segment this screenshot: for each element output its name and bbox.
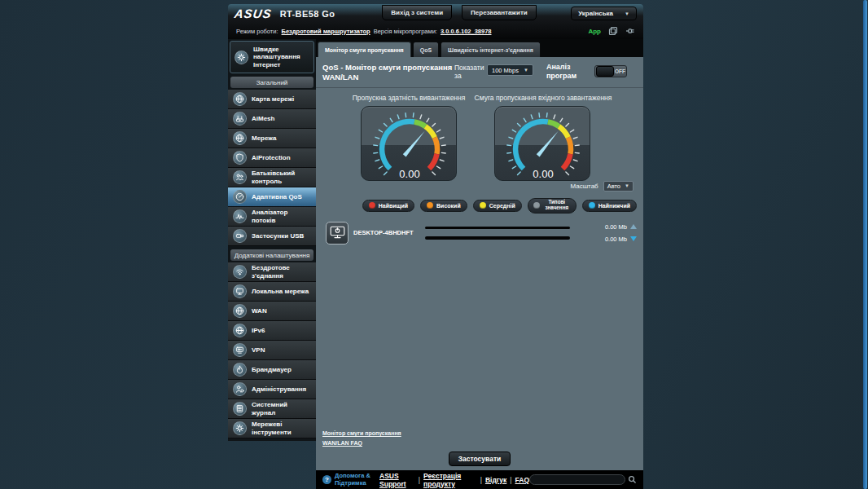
download-arrow-icon [630,236,637,241]
gauge-needle [403,130,425,156]
vpn-icon [233,343,247,357]
legend-highest[interactable]: Найвищий [362,200,414,212]
sidebar: Швидке налаштування Інтернет Загальний К… [228,39,316,441]
faq-link[interactable]: FAQ [515,476,529,484]
device-monitor-icon[interactable] [326,222,349,244]
upload-arrow-icon [630,224,637,229]
apps-analysis-toggle[interactable]: OFF [594,65,627,77]
network-tools-gear-icon [233,421,247,435]
upload-bar [425,227,570,230]
sidebar-item-label: Аналізатор потоків [252,209,313,223]
support-search-input[interactable] [529,474,625,485]
language-value: Українська [578,10,613,17]
aimesh-icon [233,112,247,126]
legend-default[interactable]: Типові значення [528,198,576,214]
sidebar-item-ipv6[interactable]: IPv6 [228,321,316,341]
firmware-version-link[interactable]: 3.0.0.6.102_38978 [441,28,492,35]
legend-label: Типові значення [543,200,571,211]
tab-internet-speed[interactable]: Швидкість інтернет-з'єднання [441,42,541,57]
legend-label: Найвищий [379,203,408,209]
quick-setup-icon [235,51,248,64]
separator: | [510,476,511,484]
sidebar-item-parental-controls[interactable]: Батьківський контроль [228,168,316,187]
priority-dot-high [427,202,433,209]
download-gauge-label: Смуга пропускання вхідного завантаження [454,94,633,102]
upload-gauge: 0.00 [361,106,457,181]
adaptive-qos-icon [233,190,247,204]
sidebar-item-label: Батьківський контроль [252,170,313,184]
browser-scrollbar[interactable] [863,0,867,489]
sidebar-item-lan[interactable]: Локальна мережа [228,282,316,302]
sidebar-item-wan[interactable]: WAN [228,302,316,321]
download-value: 0.00 Mb [605,236,627,243]
usb-plug-icon[interactable] [625,26,635,36]
legend-label: Середній [489,203,515,209]
sidebar-item-label: VPN [252,346,265,354]
legend-lowest[interactable]: Найнижчий [582,200,637,212]
router-model: RT-BE58 Go [280,9,335,19]
chevron-down-icon: ▼ [625,183,629,188]
router-admin-window: ASUS RT-BE58 Go Вихід з системи Перезава… [228,0,643,489]
feedback-link[interactable]: Відгук [485,476,506,484]
sidebar-item-traffic-analyzer[interactable]: Аналізатор потоків [228,207,316,227]
sidebar-item-label: AiProtection [252,154,291,161]
sidebar-item-label: IPv6 [252,327,265,334]
logout-button[interactable]: Вихід з системи [382,5,452,20]
priority-dot-medium [480,202,486,209]
download-gauge: 0.00 [494,106,590,181]
system-log-icon [233,402,247,416]
sidebar-item-quick-setup[interactable]: Швидке налаштування Інтернет [230,41,314,73]
tab-qos[interactable]: QoS [413,42,439,57]
device-name: DESKTOP-4BHDHFT [353,229,425,236]
bandwidth-unit-select[interactable]: 100 Mbps ▼ [487,64,533,76]
search-icon[interactable] [628,473,637,487]
download-bar [425,236,570,240]
upload-gauge-value: 0.00 [399,168,419,180]
gauge-needle [537,130,559,156]
sidebar-item-network[interactable]: Мережа [228,129,316,148]
wan-lan-faq-link[interactable]: WAN/LAN FAQ [322,440,643,446]
footer: ? Допомога & Підтримка ASUS Support | Ре… [316,470,643,489]
priority-legend: Найвищий Високий Середній Типові значенн… [316,198,643,214]
sidebar-item-adaptive-qos[interactable]: Адаптивна QoS [228,187,316,207]
priority-dot-highest [369,202,375,209]
legend-high[interactable]: Високий [420,200,467,212]
content-area: Монітор смуги пропускання QoS Швидкість … [316,39,643,489]
language-selector[interactable]: Українська ▼ [571,7,637,20]
asus-support-link[interactable]: ASUS Support [379,472,415,488]
toggle-knob [596,66,614,77]
sidebar-item-wireless[interactable]: Бездротове з'єднання [228,262,316,282]
usb-apps-icon [233,229,247,243]
sidebar-item-vpn[interactable]: VPN [228,341,316,360]
help-question-icon: ? [322,475,331,484]
help-support-label[interactable]: Допомога & Підтримка [335,473,371,487]
sidebar-item-system-log[interactable]: Системний журнал [228,399,316,419]
sidebar-item-aiprotection[interactable]: AiProtection [228,148,316,168]
bandwidth-monitor-link[interactable]: Монітор смуги пропускання [322,430,643,436]
ipv6-globe-icon [233,324,247,337]
product-registration-link[interactable]: Реєстрація продукту [423,472,477,488]
sidebar-item-label: Бездротове з'єднання [252,264,313,279]
upload-value: 0.00 Mb [605,223,627,231]
aiprotection-shield-icon [233,151,247,165]
sidebar-item-firewall[interactable]: Брандмауер [228,360,316,380]
sidebar-item-label: WAN [252,307,267,315]
chevron-down-icon: ▼ [625,11,629,16]
apply-button[interactable]: Застосувати [449,452,511,466]
legend-medium[interactable]: Середній [473,200,522,212]
sidebar-item-network-tools[interactable]: Мережеві інструменти [228,419,316,438]
device-row: DESKTOP-4BHDHFT 0.00 Mb 0.00 Mb [316,219,643,247]
sidebar-item-aimesh[interactable]: AiMesh [228,109,316,129]
gauges-section: Пропускна здатність вивантаження Смуга п… [316,88,643,184]
tab-bandwidth-monitor[interactable]: Монітор смуги пропускання [318,42,411,57]
reboot-button[interactable]: Перезавантажити [462,5,537,20]
sidebar-item-label: Карта мережі [252,95,294,103]
chevron-down-icon: ▼ [524,68,528,73]
sidebar-item-usb-apps[interactable]: Застосунки USB [228,227,316,246]
copy-windows-icon[interactable] [608,26,618,36]
sidebar-item-administration[interactable]: Адміністрування [228,380,316,399]
firewall-flame-icon [233,363,247,377]
operation-mode-link[interactable]: Бездротовий маршрутизатор [282,28,370,35]
sidebar-item-network-map[interactable]: Карта мережі [228,90,316,109]
app-link[interactable]: App [588,28,601,35]
